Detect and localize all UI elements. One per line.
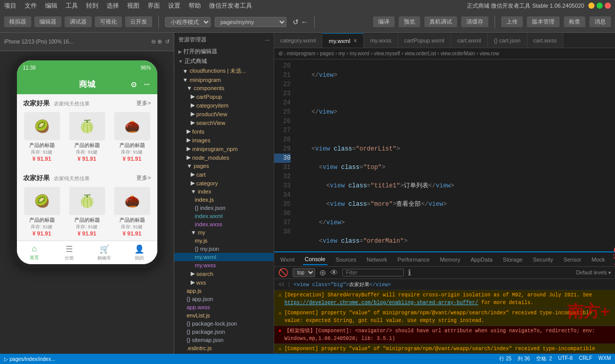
devtools-tab-sensor[interactable]: Sensor — [561, 254, 583, 265]
filter-icon[interactable]: ⊕ — [319, 268, 326, 277]
menu-item-edit[interactable]: 编辑 — [45, 2, 57, 10]
eye-icon[interactable]: 👁 — [330, 268, 338, 277]
product-item[interactable]: 🍈 产品的标题 库存: 91健 ¥ 91.91 — [66, 112, 108, 162]
list-item[interactable]: my.wxml — [174, 253, 274, 261]
close-button[interactable] — [605, 3, 611, 9]
list-item[interactable]: index.wxss — [174, 220, 274, 228]
list-item[interactable]: ▼ my — [174, 228, 274, 237]
compile-btn[interactable]: 编译 — [373, 16, 395, 27]
devtools-tab-storage[interactable]: Storage — [501, 254, 525, 265]
code-content[interactable]: </view> </view> <view class="orderList">… — [293, 59, 615, 251]
list-item[interactable]: ▶ cartPopup — [174, 92, 274, 101]
debugger-btn[interactable]: 调试器 — [65, 16, 92, 27]
nav-category[interactable]: ☰ 分馆 — [52, 241, 87, 264]
simulator-btn[interactable]: 模拟器 — [4, 16, 31, 27]
preview-btn[interactable]: 预览 — [399, 16, 420, 27]
clear-cache-btn[interactable]: 清缓存 — [461, 16, 488, 27]
list-item[interactable]: ▶ wxs — [174, 278, 274, 287]
nav-cart[interactable]: 🛒 购物车 — [87, 241, 122, 264]
menu-item-goto[interactable]: 转到 — [86, 2, 98, 10]
file-tree-more-icon[interactable]: ··· — [265, 37, 270, 43]
menu-item-tools[interactable]: 工具 — [66, 2, 78, 10]
detail-btn[interactable]: 消息 — [589, 16, 611, 27]
list-item[interactable]: {} app.json — [174, 295, 274, 303]
list-item[interactable]: app.js — [174, 287, 274, 295]
list-item[interactable]: ▼ components — [174, 84, 274, 92]
tab-my-wxml[interactable]: my.wxml ✕ — [322, 33, 364, 48]
menu-item-wx-tools[interactable]: 微信开发者工具 — [209, 2, 252, 10]
devtools-tab-appdata[interactable]: AppData — [468, 254, 495, 265]
list-item[interactable]: ▼ index — [174, 187, 274, 196]
product-item[interactable]: 🌰 产品的标题 库存: 91健 ¥ 91.91 — [111, 112, 153, 162]
tree-section-open-editors[interactable]: ▶ 打开的编辑器 — [174, 47, 274, 56]
editor-btn[interactable]: 编辑器 — [34, 16, 61, 27]
check-btn[interactable]: 检查 — [564, 16, 585, 27]
tab-cart-wxss[interactable]: cart.wxss — [527, 33, 564, 48]
product-item[interactable]: 🥝 产品的标题 库存: 91健 ¥ 91.91 — [21, 112, 63, 162]
visualize-btn[interactable]: 可视化 — [95, 16, 122, 27]
camera-icon[interactable]: ⊙ — [131, 80, 137, 89]
product-item[interactable]: 🥝 产品的标题 库存: 91健 ¥ 91.91 — [21, 187, 63, 237]
mode-select[interactable]: 小程序模式 — [165, 17, 211, 27]
menu-item-settings[interactable]: 设置 — [168, 2, 180, 10]
cloud-btn[interactable]: 云开发 — [125, 16, 152, 27]
devtools-tab-memory[interactable]: Memory — [438, 254, 463, 265]
list-item[interactable]: envList.js — [174, 311, 274, 319]
console-block-icon[interactable]: 🚫 — [278, 268, 289, 277]
tab-cartpopup-wxml[interactable]: cartPopup.wxml — [398, 33, 451, 48]
list-item[interactable]: ▶ categoryitem — [174, 101, 274, 110]
menu-item-interface[interactable]: 界面 — [148, 2, 160, 10]
menu-item-project[interactable]: 项目 — [4, 2, 16, 10]
maximize-button[interactable] — [597, 3, 603, 9]
list-item[interactable]: ▶ search — [174, 269, 274, 278]
version-mgr-btn[interactable]: 版本管理 — [527, 16, 560, 27]
upload-btn[interactable]: 上传 — [501, 16, 523, 27]
section-more-1[interactable]: 更多> — [136, 99, 151, 107]
list-item[interactable]: index.js — [174, 196, 274, 204]
list-item[interactable]: .eslintrc.js — [174, 344, 274, 352]
list-item[interactable]: my.wxss — [174, 261, 274, 269]
list-item[interactable]: ▶ productView — [174, 110, 274, 118]
file-select[interactable]: pages/my/my — [215, 17, 286, 27]
list-item[interactable]: ▶ node_modules — [174, 153, 274, 162]
tab-category-wxml[interactable]: category.wxml — [274, 33, 322, 48]
nav-profile[interactable]: 👤 我的 — [122, 241, 157, 264]
devtools-tab-security[interactable]: Security — [531, 254, 556, 265]
tab-my-wxss[interactable]: my.wxss — [364, 33, 398, 48]
real-device-btn[interactable]: 真机调试 — [424, 16, 457, 27]
devtools-tab-performance[interactable]: Performance — [396, 254, 432, 265]
devtools-tab-wxml[interactable]: Wxml — [278, 254, 297, 265]
product-item[interactable]: 🌰 产品的标题 库存: 91健 ¥ 91.91 — [111, 187, 153, 237]
list-item[interactable]: ▶ searchView — [174, 118, 274, 127]
list-item[interactable]: {} package.json — [174, 328, 274, 336]
menu-item-select[interactable]: 选择 — [107, 2, 119, 10]
menu-item-file[interactable]: 文件 — [25, 2, 37, 10]
devtools-tab-sources[interactable]: Sources — [334, 254, 358, 265]
devtools-tab-mock[interactable]: Mock — [589, 254, 607, 265]
minimize-button[interactable] — [588, 3, 594, 9]
list-item[interactable]: {} package-lock.json — [174, 319, 274, 328]
refresh-btn[interactable]: ↺ — [293, 18, 299, 26]
nav-home[interactable]: ⌂ 首页 — [17, 241, 52, 264]
list-item[interactable]: {} index.json — [174, 204, 274, 212]
tab-close-icon[interactable]: ✕ — [353, 38, 357, 44]
product-item[interactable]: 🍈 产品的标题 库存: 91健 ¥ 91.91 — [66, 187, 108, 237]
list-item[interactable]: {} sitemap.json — [174, 336, 274, 344]
devtools-tab-network[interactable]: Network — [364, 254, 389, 265]
tree-section-project[interactable]: ▼ 正式商城 — [174, 56, 274, 66]
list-item[interactable]: app.wxss — [174, 303, 274, 311]
list-item[interactable]: my.js — [174, 237, 274, 245]
tab-cart-wxml[interactable]: cart.wxml — [451, 33, 487, 48]
menu-item-help[interactable]: 帮助 — [189, 2, 201, 10]
list-item[interactable]: ▼ pages — [174, 162, 274, 170]
filter-input[interactable] — [342, 269, 404, 276]
list-item[interactable]: ▶ miniprogram_npm — [174, 144, 274, 153]
phone-refresh-icon[interactable]: ↺ — [165, 38, 170, 45]
more-options-icon[interactable]: ··· — [144, 80, 150, 89]
tab-cart-json[interactable]: {} cart.json — [488, 33, 527, 48]
list-item[interactable]: index.wxml — [174, 212, 274, 220]
list-item[interactable]: {} my.json — [174, 245, 274, 253]
menu-item-view[interactable]: 视图 — [127, 2, 139, 10]
back-btn[interactable]: ← — [301, 18, 308, 26]
section-more-2[interactable]: 更多> — [136, 174, 151, 182]
